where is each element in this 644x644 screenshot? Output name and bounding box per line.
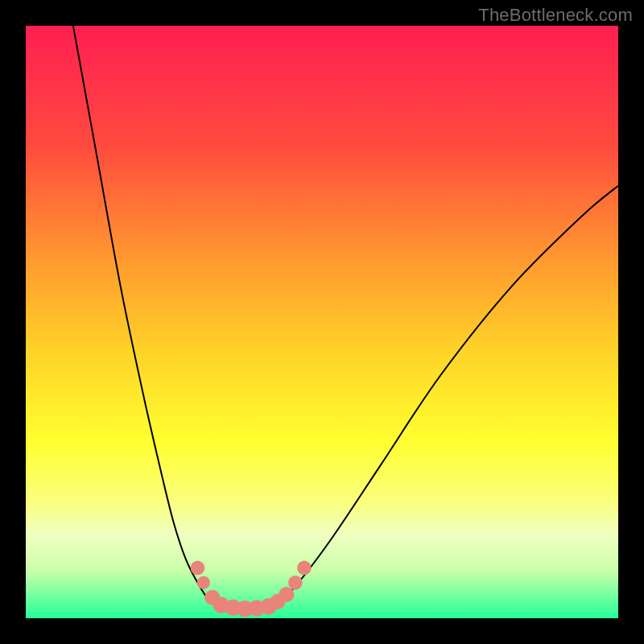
chart-plot-area <box>26 26 618 618</box>
watermark-label: TheBottleneck.com <box>478 5 633 26</box>
chart-gradient-bg <box>26 26 618 618</box>
svg-rect-0 <box>26 26 618 618</box>
